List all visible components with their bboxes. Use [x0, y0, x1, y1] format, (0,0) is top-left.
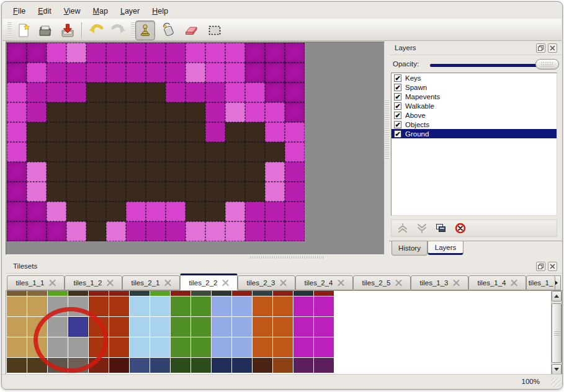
tab-close-icon[interactable] — [280, 280, 287, 287]
layer-visible-checkbox[interactable]: ✔ — [394, 112, 401, 119]
map-tile-14-2[interactable] — [285, 82, 305, 102]
map-tile-4-4[interactable] — [86, 122, 106, 142]
toolbar-handle-2[interactable] — [131, 22, 135, 38]
scroll-down-button[interactable] — [552, 364, 562, 375]
tileset-tab-tiles_2_1[interactable]: tiles_2_1 — [122, 275, 180, 290]
map-tile-3-3[interactable] — [66, 102, 86, 122]
tileset-tab-tiles_1_1[interactable]: tiles_1_1 — [7, 275, 65, 290]
map-tile-5-5[interactable] — [106, 142, 126, 162]
map-tile-7-9[interactable] — [146, 221, 166, 241]
eraser-tool-button[interactable] — [181, 20, 201, 40]
map-tile-8-1[interactable] — [166, 63, 186, 82]
tileset-tile-8-1[interactable] — [171, 317, 190, 337]
tileset-tile-12-2[interactable] — [253, 337, 272, 357]
tileset-tile-7-3[interactable] — [150, 358, 170, 373]
map-tile-1-4[interactable] — [27, 122, 47, 142]
map-tile-2-0[interactable] — [47, 43, 66, 63]
tab-close-icon[interactable] — [395, 280, 402, 287]
map-tile-3-1[interactable] — [66, 63, 86, 82]
tileset-tile-14-0[interactable] — [293, 296, 313, 316]
tileset-tile-15-0[interactable] — [314, 296, 334, 316]
map-tile-12-2[interactable] — [245, 82, 265, 102]
map-tile-13-1[interactable] — [265, 63, 285, 82]
map-tile-9-7[interactable] — [186, 182, 205, 202]
map-tile-2-3[interactable] — [47, 102, 66, 122]
tileset-tile-15-1[interactable] — [314, 317, 334, 337]
map-tile-6-7[interactable] — [126, 182, 146, 202]
map-tile-1-0[interactable] — [27, 43, 47, 63]
map-tile-2-7[interactable] — [47, 182, 66, 202]
map-tile-4-2[interactable] — [86, 82, 106, 102]
map-tile-11-4[interactable] — [225, 122, 245, 142]
map-tile-8-8[interactable] — [166, 202, 186, 221]
tileset-tile-6-0[interactable] — [130, 296, 150, 316]
horizontal-splitter[interactable] — [6, 255, 562, 260]
tileset-strip-10[interactable] — [212, 291, 231, 296]
map-tile-4-6[interactable] — [86, 162, 106, 182]
undo-button[interactable] — [86, 20, 106, 40]
map-tile-13-5[interactable] — [265, 142, 285, 162]
tileset-strip-5[interactable] — [109, 291, 129, 296]
map-tile-14-4[interactable] — [285, 122, 305, 142]
map-tile-7-5[interactable] — [146, 142, 166, 162]
tileset-strip-13[interactable] — [273, 291, 293, 296]
map-tile-3-0[interactable] — [66, 43, 86, 63]
tileset-tile-0-1[interactable] — [7, 317, 27, 337]
menu-file[interactable]: File — [7, 6, 32, 17]
map-tile-14-3[interactable] — [285, 102, 305, 122]
map-tile-10-7[interactable] — [205, 182, 225, 202]
move-layer-down-button[interactable] — [414, 221, 430, 236]
map-tile-13-4[interactable] — [265, 122, 285, 142]
float-panel-button[interactable] — [536, 262, 545, 271]
map-tile-1-8[interactable] — [27, 202, 47, 221]
tileset-tab-tiles_2_5[interactable]: tiles_2_5 — [353, 275, 411, 290]
tileset-tab-tiles_2_3[interactable]: tiles_2_3 — [238, 275, 295, 290]
map-tile-4-9[interactable] — [86, 221, 106, 241]
tileset-tile-8-2[interactable] — [171, 337, 190, 357]
tileset-strip-2[interactable] — [48, 291, 68, 296]
tileset-strip-1[interactable] — [27, 291, 47, 296]
map-tile-12-7[interactable] — [245, 182, 265, 202]
tileset-tile-6-2[interactable] — [130, 337, 150, 357]
map-tile-11-3[interactable] — [225, 102, 245, 122]
tab-close-icon[interactable] — [107, 280, 114, 287]
map-tile-1-3[interactable] — [27, 102, 47, 122]
map-tile-4-5[interactable] — [86, 142, 106, 162]
tileset-tile-7-1[interactable] — [150, 317, 170, 337]
map-tile-9-6[interactable] — [186, 162, 205, 182]
tileset-strip-12[interactable] — [253, 291, 272, 296]
tileset-tile-10-2[interactable] — [212, 337, 231, 357]
tileset-strip-0[interactable] — [7, 291, 27, 296]
stamp-tool-button[interactable] — [135, 20, 155, 40]
tileset-tab-tiles_1_2[interactable]: tiles_1_2 — [65, 275, 122, 290]
tileset-tile-1-0[interactable] — [27, 296, 47, 316]
map-tile-2-4[interactable] — [47, 122, 66, 142]
layer-visible-checkbox[interactable]: ✔ — [394, 121, 401, 128]
map-tile-9-1[interactable] — [186, 63, 205, 82]
map-tile-0-5[interactable] — [7, 142, 27, 162]
map-tile-8-7[interactable] — [166, 182, 186, 202]
map-tile-0-9[interactable] — [7, 221, 27, 241]
tileset-tile-13-0[interactable] — [273, 296, 293, 316]
tileset-tile-5-1[interactable] — [109, 317, 129, 337]
map-tile-9-9[interactable] — [186, 221, 205, 241]
map-tile-0-6[interactable] — [7, 162, 27, 182]
tileset-tile-11-0[interactable] — [232, 296, 252, 316]
layer-row-ground[interactable]: ✔Ground — [392, 129, 557, 138]
map-tile-8-2[interactable] — [166, 82, 186, 102]
map-tile-12-5[interactable] — [245, 142, 265, 162]
scroll-up-button[interactable] — [552, 291, 562, 301]
map-tile-10-1[interactable] — [205, 63, 225, 82]
map-tile-7-3[interactable] — [146, 102, 166, 122]
map-tile-11-5[interactable] — [225, 142, 245, 162]
map-tile-5-3[interactable] — [106, 102, 126, 122]
tileset-strip-3[interactable] — [68, 291, 88, 296]
map-tile-2-9[interactable] — [47, 221, 66, 241]
tileset-tile-6-3[interactable] — [130, 358, 150, 373]
map-tile-11-0[interactable] — [225, 43, 245, 63]
tab-layers[interactable]: Layers — [427, 241, 463, 255]
tileset-tile-14-3[interactable] — [293, 358, 313, 373]
map-tile-9-2[interactable] — [186, 82, 205, 102]
vertical-splitter[interactable] — [385, 42, 389, 255]
map-tile-11-1[interactable] — [225, 63, 245, 82]
